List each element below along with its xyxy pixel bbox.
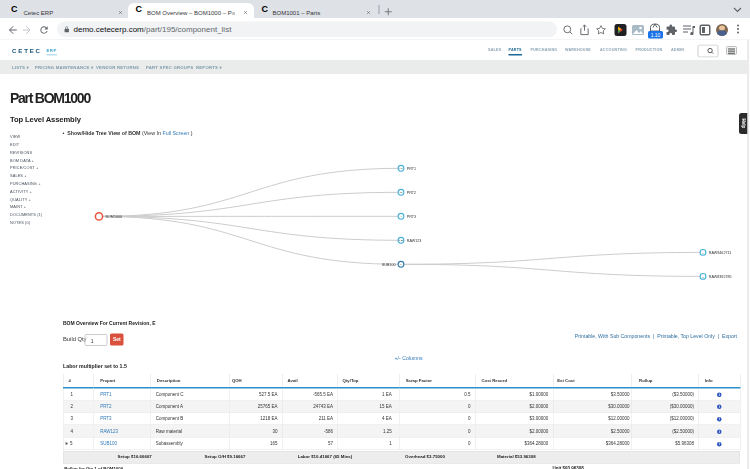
svg-text:SUB100: SUB100 [382,263,396,267]
svg-text:BOM1000: BOM1000 [106,215,123,219]
svg-text:PRT1: PRT1 [407,167,416,171]
svg-text:PRT3: PRT3 [407,215,416,219]
svg-text:1.5: 1.5 [399,167,403,170]
svg-text:PRT2: PRT2 [407,191,416,195]
svg-text:RAW8392785: RAW8392785 [709,275,732,279]
svg-text:1.25: 1.25 [399,239,404,242]
svg-text:RAW123: RAW123 [407,239,422,243]
svg-text:RAW9462711: RAW9462711 [709,251,732,255]
